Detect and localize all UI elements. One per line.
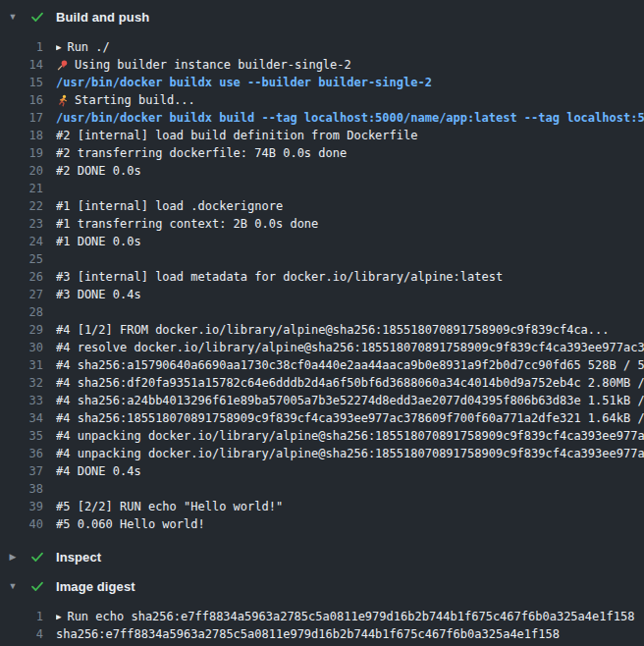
pin-icon <box>56 59 69 72</box>
line-number[interactable]: 39 <box>0 500 43 513</box>
line-content: /usr/bin/docker buildx build --tag local… <box>56 111 644 125</box>
line-number[interactable]: 30 <box>0 341 43 354</box>
line-number[interactable]: 36 <box>0 447 43 460</box>
run-expand-icon[interactable]: ▶ <box>56 613 61 621</box>
line-content: #5 [2/2] RUN echo "Hello world!" <box>56 500 644 513</box>
log-line: 19 #2 transferring dockerfile: 74B 0.0s … <box>0 144 644 162</box>
line-number[interactable]: 32 <box>0 376 43 390</box>
line-text: #3 DONE 0.4s <box>56 288 141 301</box>
log-line: 30 #4 resolve docker.io/library/alpine@s… <box>0 339 644 356</box>
line-text: #2 [internal] load build definition from… <box>56 129 417 142</box>
chevron-down-icon[interactable]: ▼ <box>6 13 20 22</box>
log-line: 35 #4 unpacking docker.io/library/alpine… <box>0 427 644 445</box>
line-content: #4 sha256:df20fa9351a15782c64e6dddb2d4a6… <box>56 376 644 390</box>
line-text: #4 sha256:a24bb4013296f61e89ba57005a7b3e… <box>56 394 644 407</box>
chevron-right-icon[interactable]: ▶ <box>6 553 20 562</box>
line-text: #1 transferring context: 2B 0.0s done <box>56 217 318 231</box>
line-number[interactable]: 14 <box>0 58 43 72</box>
log-line: 29 #4 [1/2] FROM docker.io/library/alpin… <box>0 321 644 339</box>
line-number[interactable]: 21 <box>0 182 43 195</box>
line-number[interactable]: 34 <box>0 411 43 425</box>
log-line: 16 Starting build... <box>0 91 644 109</box>
line-text: #2 DONE 0.0s <box>56 164 141 178</box>
line-text: #2 transferring dockerfile: 74B 0.0s don… <box>56 146 347 160</box>
line-text: #5 [2/2] RUN echo "Hello world!" <box>56 500 283 513</box>
line-number[interactable]: 22 <box>0 199 43 213</box>
line-text: /usr/bin/docker buildx build --tag local… <box>56 111 644 125</box>
log-line: 28 <box>0 303 644 321</box>
section-title: Build and push <box>56 10 149 25</box>
line-number[interactable]: 20 <box>0 164 43 178</box>
log-lines: 1 ▶Run echo sha256:e7ff8834a5963a2785c5a… <box>0 601 644 646</box>
line-number[interactable]: 33 <box>0 394 43 407</box>
line-content: #4 DONE 0.4s <box>56 464 644 478</box>
log-line: 40 #5 0.060 Hello world! <box>0 515 644 533</box>
section-header[interactable]: ▼ Image digest <box>0 571 644 601</box>
line-text: Run ./ <box>67 40 109 54</box>
section-header[interactable]: ▶ Inspect <box>0 542 644 571</box>
line-number[interactable]: 16 <box>0 93 43 107</box>
log-line: 26 #3 [internal] load metadata for docke… <box>0 268 644 286</box>
line-number[interactable]: 19 <box>0 146 43 160</box>
line-text: Using builder instance builder-single-2 <box>75 58 351 72</box>
line-content: sha256:e7ff8834a5963a2785c5a0811e979d16b… <box>56 627 644 641</box>
line-number[interactable]: 18 <box>0 129 43 142</box>
line-content: #2 transferring dockerfile: 74B 0.0s don… <box>56 146 644 160</box>
line-number[interactable]: 38 <box>0 482 43 496</box>
log-line: 18 #2 [internal] load build definition f… <box>0 127 644 144</box>
line-content: #1 transferring context: 2B 0.0s done <box>56 217 644 231</box>
log-lines: 1 ▶Run ./ 14 Using builder instance buil… <box>0 31 644 542</box>
log-line: 24 #1 DONE 0.0s <box>0 233 644 250</box>
line-number[interactable]: 27 <box>0 288 43 301</box>
line-text: #1 [internal] load .dockerignore <box>56 199 283 213</box>
log-line: 22 #1 [internal] load .dockerignore <box>0 197 644 215</box>
line-number[interactable]: 31 <box>0 358 43 372</box>
section-title: Inspect <box>56 550 101 565</box>
line-content: /usr/bin/docker buildx use --builder bui… <box>56 76 644 89</box>
line-number[interactable]: 26 <box>0 270 43 284</box>
line-number[interactable]: 15 <box>0 76 43 89</box>
section-title: Image digest <box>56 579 135 594</box>
line-text: #4 sha256:185518070891758909c9f839cf4ca3… <box>56 411 644 425</box>
line-number[interactable]: 4 <box>0 627 43 641</box>
section-image-digest: ▼ Image digest 1 ▶Run echo sha256:e7ff88… <box>0 571 644 646</box>
line-number[interactable]: 24 <box>0 235 43 248</box>
section-header[interactable]: ▼ Build and push <box>0 2 644 31</box>
line-text: #4 unpacking docker.io/library/alpine@sh… <box>56 429 644 443</box>
log-line: 31 #4 sha256:a15790640a6690aa1730c38cf0a… <box>0 356 644 374</box>
log-line: 39 #5 [2/2] RUN echo "Hello world!" <box>0 498 644 515</box>
actions-log-viewer: ▼ Build and push 1 ▶Run ./ 14 Using buil… <box>0 0 644 646</box>
line-content: Using builder instance builder-single-2 <box>56 58 644 72</box>
log-line: 38 <box>0 480 644 498</box>
line-text: Run echo sha256:e7ff8834a5963a2785c5a081… <box>67 610 634 623</box>
chevron-down-icon[interactable]: ▼ <box>6 582 20 591</box>
log-line: 25 <box>0 250 644 268</box>
line-number[interactable]: 25 <box>0 252 43 266</box>
line-number[interactable]: 1 <box>0 610 43 623</box>
line-number[interactable]: 23 <box>0 217 43 231</box>
log-line: 20 #2 DONE 0.0s <box>0 162 644 180</box>
log-line: 36 #4 unpacking docker.io/library/alpine… <box>0 445 644 462</box>
line-number[interactable]: 29 <box>0 323 43 337</box>
run-expand-icon[interactable]: ▶ <box>56 43 61 52</box>
line-content: #3 [internal] load metadata for docker.i… <box>56 270 644 284</box>
section-build-and-push: ▼ Build and push 1 ▶Run ./ 14 Using buil… <box>0 2 644 542</box>
log-line: 1 ▶Run ./ <box>0 38 644 56</box>
line-number[interactable]: 40 <box>0 517 43 531</box>
line-number[interactable]: 28 <box>0 305 43 319</box>
line-content: #4 sha256:185518070891758909c9f839cf4ca3… <box>56 411 644 425</box>
line-number[interactable]: 17 <box>0 111 43 125</box>
success-check-icon <box>29 549 45 565</box>
line-text: #4 sha256:a15790640a6690aa1730c38cf0a440… <box>56 358 644 372</box>
log-line: 23 #1 transferring context: 2B 0.0s done <box>0 215 644 233</box>
line-text: Starting build... <box>75 93 195 107</box>
line-number[interactable]: 37 <box>0 464 43 478</box>
line-number[interactable]: 1 <box>0 40 43 54</box>
line-text: sha256:e7ff8834a5963a2785c5a0811e979d16b… <box>56 627 560 641</box>
line-content: #5 0.060 Hello world! <box>56 517 644 531</box>
line-content: #1 [internal] load .dockerignore <box>56 199 644 213</box>
line-number[interactable]: 35 <box>0 429 43 443</box>
line-text: #4 [1/2] FROM docker.io/library/alpine@s… <box>56 323 610 337</box>
line-text: #5 0.060 Hello world! <box>56 517 205 531</box>
line-content: ▶Run ./ <box>56 40 644 54</box>
